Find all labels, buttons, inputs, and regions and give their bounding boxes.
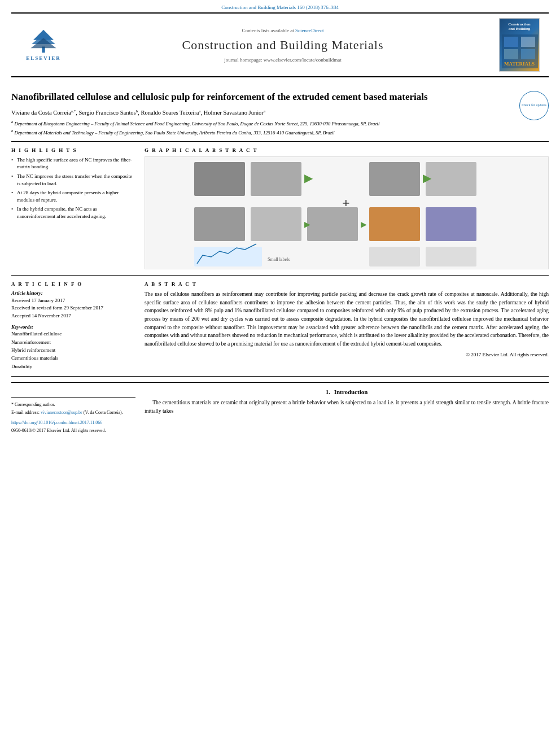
highlights-heading: H I G H L I G H T S [11,147,135,153]
author-3: Ronaldo Soares Teixeiraa [141,110,200,116]
check-updates-badge: Check for updates [519,91,549,120]
journal-citation: Construction and Building Materials 160 … [0,0,560,12]
abstract-heading: A B S T R A C T [145,281,549,287]
authors-line: Viviane da Costa Correiaa,*, Sergio Fran… [11,108,549,117]
svg-text:Small labels: Small labels [268,257,290,262]
svg-rect-12 [251,162,301,196]
introduction-section: * Corresponding author. E-mail address: … [11,388,549,434]
highlights-col: H I G H L I G H T S The high specific su… [11,147,135,269]
keyword-1: Nanofibrillated cellulose [11,330,135,338]
journal-header: ELSEVIER Contents lists available at Sci… [11,12,549,77]
svg-text:▶: ▶ [361,220,367,229]
keyword-3: Hybrid reinforcement [11,346,135,354]
elsevier-brand-text: ELSEVIER [26,55,61,61]
highlight-2: The NC improves the stress transfer when… [11,173,135,187]
contents-available-text: Contents lists available at ScienceDirec… [242,28,324,33]
divider-2 [11,275,549,276]
keywords-label: Keywords: [11,324,135,330]
svg-rect-21 [369,207,420,241]
copyright-line: © 2017 Elsevier Ltd. All rights reserved… [145,352,549,357]
svg-rect-20 [307,207,358,241]
svg-text:▶: ▶ [304,172,313,184]
journal-header-center: Contents lists available at ScienceDirec… [75,18,491,72]
journal-cover-area: Construction and Building MATERIALS [497,18,542,72]
page: Construction and Building Materials 160 … [0,0,560,747]
introduction-title: 1. Introduction [145,388,549,395]
journal-cover-image: Construction and Building MATERIALS [499,18,540,72]
email-link[interactable]: vivianecostcor@usp.br [41,410,82,415]
keyword-2: Nanoreinforcement [11,338,135,346]
accepted-date: Accepted 14 November 2017 [11,312,135,320]
svg-text:▶: ▶ [423,172,432,184]
graphical-abstract-svg: ▶ ▶ + ▶ ▶ [145,156,548,269]
author-2: Sergio Francisco Santosb [78,110,138,116]
svg-rect-19 [251,207,301,241]
article-title: Nanofibrillated cellulose and cellulosic… [11,91,512,103]
article-info-col: A R T I C L E I N F O Article history: R… [11,281,135,370]
svg-rect-11 [194,162,245,196]
elsevier-logo: ELSEVIER [26,29,61,61]
svg-rect-13 [369,162,420,196]
issn-text: 0950-0618/© 2017 Elsevier Ltd. All right… [11,427,135,434]
affiliations: a Department of Biosystems Engineering –… [11,119,549,136]
email-label-text: E-mail address: [11,410,40,415]
journal-homepage: journal homepage: www.elsevier.com/locat… [224,57,341,63]
received-date: Received 17 January 2017 [11,297,135,305]
history-label: Article history: [11,290,135,296]
svg-text:▶: ▶ [304,220,310,229]
article-area: Nanofibrillated cellulose and cellulosic… [11,77,549,440]
abstract-text: The use of cellulose nanofibers as reinf… [145,290,549,348]
svg-rect-22 [426,207,476,241]
corresponding-author-note: * Corresponding author. [11,401,135,408]
svg-rect-25 [194,247,262,267]
svg-rect-18 [194,207,245,241]
affiliation-a: a Department of Biosystems Engineering –… [11,119,549,128]
science-direct-link[interactable]: ScienceDirect [295,28,323,33]
bottom-divider-2 [11,382,549,383]
keyword-4: Cementitious materials [11,354,135,362]
email-footnote: E-mail address: vivianecostcor@usp.br (V… [11,409,135,416]
divider-1 [11,141,549,142]
doi-link[interactable]: https://doi.org/10.1016/j.conbuildmat.20… [11,420,135,426]
journal-citation-text: Construction and Building Materials 160 … [221,5,338,10]
keyword-5: Durability [11,362,135,370]
svg-rect-8 [504,49,518,59]
graphical-abstract-col: G R A P H I C A L A B S T R A C T ▶ ▶ [145,147,549,269]
received-revised-date: Received in revised form 29 September 20… [11,304,135,312]
keywords-list: Nanofibrillated cellulose Nanoreinforcem… [11,330,135,370]
highlight-3: At 28 days the hybrid composite presents… [11,189,135,203]
abstract-col: A B S T R A C T The use of cellulose nan… [145,281,549,370]
elsevier-logo-area: ELSEVIER [18,18,69,72]
cover-materials-text: MATERIALS [501,61,538,67]
article-history: Received 17 January 2017 Received in rev… [11,297,135,320]
svg-rect-28 [426,247,476,267]
highlights-list: The high specific surface area of NC imp… [11,156,135,220]
svg-rect-6 [504,37,518,47]
intro-right-text: 1. Introduction The cementitious materia… [145,388,549,434]
svg-rect-14 [426,162,476,196]
svg-rect-9 [521,49,535,59]
elsevier-tree-icon [27,29,60,54]
author-4: Holmer Savastano Juniora [204,110,265,116]
journal-title: Construction and Building Materials [182,38,383,53]
introduction-text: The cementitious materials are ceramic t… [145,399,549,415]
bottom-divider-1 [11,376,549,377]
author-1: Viviane da Costa Correiaa,* [11,110,76,116]
email-person: (V. da Costa Correia). [84,410,123,415]
highlight-4: In the hybrid composite, the NC acts as … [11,206,135,220]
graphical-abstract-image: ▶ ▶ + ▶ ▶ [145,156,549,269]
article-info-heading: A R T I C L E I N F O [11,281,135,287]
graphical-abstract-heading: G R A P H I C A L A B S T R A C T [145,147,549,153]
article-info-abstract-section: A R T I C L E I N F O Article history: R… [11,281,549,370]
affiliation-b: b Department of Materials and Technology… [11,128,549,137]
footnotes: * Corresponding author. E-mail address: … [11,397,135,434]
svg-rect-7 [521,37,535,47]
svg-rect-27 [369,247,420,267]
highlights-graphical-section: H I G H L I G H T S The high specific su… [11,147,549,269]
highlight-1: The high specific surface area of NC imp… [11,156,135,171]
intro-left-footnotes: * Corresponding author. E-mail address: … [11,388,135,434]
cover-title: Construction and Building [502,22,537,32]
